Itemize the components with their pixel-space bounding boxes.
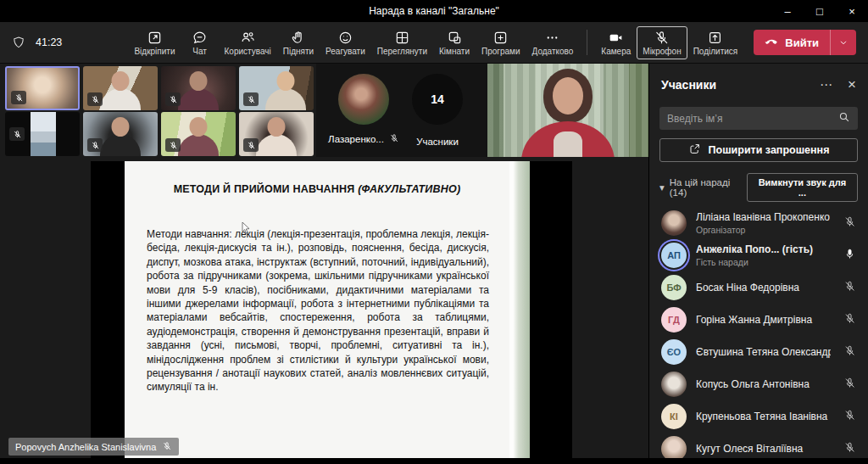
slide-green-dot: [479, 411, 504, 436]
meeting-timer: 41:23: [36, 36, 62, 48]
participant-row[interactable]: КІ Крупеньова Тетяна Іванівна: [649, 400, 868, 433]
participants-button[interactable]: Користувачі: [219, 26, 277, 59]
share-button[interactable]: Поділитися: [687, 26, 744, 59]
participant-silhouette: [100, 134, 141, 156]
video-tile[interactable]: [161, 66, 236, 110]
participant-silhouette: [178, 88, 219, 110]
video-tile[interactable]: [5, 112, 80, 156]
portrait-video: [31, 112, 56, 156]
participant-search[interactable]: [659, 107, 858, 130]
search-icon: [838, 111, 850, 126]
participant-row[interactable]: Копусь Ольга Антонівна: [649, 368, 868, 400]
participant-row[interactable]: Ліліана Іванівна Прокопенко Організатор: [649, 207, 868, 239]
window-title: Нарада в каналі "Загальне": [369, 5, 499, 17]
mic-off-icon: [9, 127, 25, 141]
video-tile[interactable]: [83, 112, 158, 156]
apps-button[interactable]: Програми: [476, 26, 526, 59]
panel-close-icon[interactable]: ×: [848, 77, 856, 92]
avatar: ГД: [661, 307, 687, 333]
share-icon: [707, 30, 723, 46]
participant-name: Босак Ніна Федорівна: [696, 282, 831, 293]
presenter-name-pill: Popovych Anzhelika Stanislavivna: [8, 438, 179, 456]
video-tile[interactable]: [239, 112, 314, 156]
mute-all-button[interactable]: Вимкнути звук для ...: [747, 173, 858, 202]
mic-on-icon: [843, 248, 856, 264]
chevron-down-icon[interactable]: [831, 30, 856, 55]
participant-name: Кугут Олеся Віталіївна: [696, 443, 831, 455]
raise-hand-button[interactable]: Підняти: [277, 26, 320, 59]
avatar: КІ: [661, 404, 687, 429]
avatar-initials: ЄО: [667, 347, 681, 357]
share-invite-icon: [688, 143, 701, 158]
panel-more-icon[interactable]: ⋯: [820, 78, 832, 91]
hangup-icon: [765, 34, 779, 51]
participant-name: Копусь Ольга Антонівна: [696, 378, 831, 390]
participant-row[interactable]: АП Анжеліка Попо... (гість) Гість наради: [649, 239, 868, 271]
leave-button[interactable]: Вийти: [754, 30, 856, 55]
mic-off-icon: [843, 312, 856, 328]
chat-button[interactable]: Чат: [181, 26, 219, 59]
search-input[interactable]: [667, 113, 838, 125]
mic-off-icon: [243, 138, 259, 152]
participant-silhouette: [100, 88, 141, 110]
section-label[interactable]: ▾На цій нараді (14): [659, 177, 747, 198]
chat-icon: [192, 30, 208, 46]
section-row: ▾На цій нараді (14) Вимкнути звук для ..…: [659, 173, 858, 202]
close-button[interactable]: ×: [836, 0, 868, 22]
overflow-zone: Лазаренко... 14 Учасники: [316, 64, 487, 157]
participant-row[interactable]: ГД Горіна Жанна Дмитрівна: [649, 304, 868, 336]
shield-icon: [12, 36, 25, 49]
mic-off-icon: [243, 92, 259, 106]
mic-off-icon: [87, 92, 103, 106]
video-tile[interactable]: [161, 112, 236, 156]
video-tile[interactable]: [5, 66, 80, 110]
participant-row[interactable]: БФ Босак Ніна Федорівна: [649, 271, 868, 304]
participant-name: Євтушина Тетяна Олександрівна: [696, 346, 831, 358]
mic-off-icon: [162, 441, 172, 453]
panel-title: Учасники: [661, 78, 804, 92]
unpin-icon: [147, 30, 163, 46]
participant-silhouette: [256, 134, 297, 156]
participant-name: Анжеліка Попо... (гість): [696, 243, 831, 255]
meeting-stage: Лазаренко... 14 Учасники МЕТОДИ Й ПРИЙОМ…: [0, 64, 648, 458]
presenter-video[interactable]: [487, 64, 648, 157]
mic-off-icon: [11, 91, 26, 104]
more-button[interactable]: Додатково: [526, 26, 580, 59]
minimize-button[interactable]: –: [771, 0, 804, 22]
view-button[interactable]: Переглянути: [371, 26, 433, 59]
video-tile[interactable]: [83, 66, 158, 110]
participant-role: Організатор: [696, 225, 831, 235]
overflow-participant-name: Лазаренко...: [328, 134, 384, 144]
apps-icon: [492, 30, 509, 46]
teams-meeting-window: Нарада в каналі "Загальне" – □ × 41:23 В…: [0, 0, 868, 464]
participant-row[interactable]: Кугут Олеся Віталіївна: [649, 433, 868, 458]
avatar-initials: ГД: [668, 315, 680, 325]
share-invite-button[interactable]: Поширити запрошення: [659, 138, 858, 162]
avatar-initials: КІ: [670, 411, 678, 422]
avatar[interactable]: [338, 74, 389, 125]
participant-row[interactable]: ЄО Євтушина Тетяна Олександрівна: [649, 336, 868, 368]
participants-panel: Учасники ⋯ × Поширити запрошення ▾На цій…: [648, 64, 868, 458]
slide-title: МЕТОДИ Й ПРИЙОМИ НАВЧАННЯ (ФАКУЛЬТАТИВНО…: [142, 183, 492, 195]
camera-icon: [608, 30, 624, 46]
rooms-button[interactable]: Кімнати: [433, 26, 476, 59]
titlebar: Нарада в каналі "Загальне" – □ ×: [0, 0, 868, 22]
react-button[interactable]: Реагувати: [320, 26, 371, 59]
microphone-button[interactable]: Мікрофон: [637, 26, 687, 59]
slide-body-text: Методи навчання: лекція (лекція-презента…: [147, 227, 489, 394]
unpin-button[interactable]: Відкріпити: [128, 26, 181, 59]
participants-count: 14: [431, 92, 444, 106]
mic-off-icon: [165, 92, 181, 106]
panel-header: Учасники ⋯ ×: [649, 64, 868, 98]
rooms-icon: [447, 30, 463, 46]
maximize-button[interactable]: □: [804, 0, 836, 22]
video-tile[interactable]: [239, 66, 314, 110]
caret-down-icon: ▾: [659, 182, 665, 193]
mic-off-icon: [654, 30, 670, 46]
camera-button[interactable]: Камера: [595, 26, 637, 59]
avatar: [661, 372, 687, 397]
mic-off-icon: [843, 377, 856, 393]
avatar: [661, 210, 687, 236]
more-icon: [544, 30, 560, 46]
participants-count-tile[interactable]: 14: [412, 74, 463, 125]
